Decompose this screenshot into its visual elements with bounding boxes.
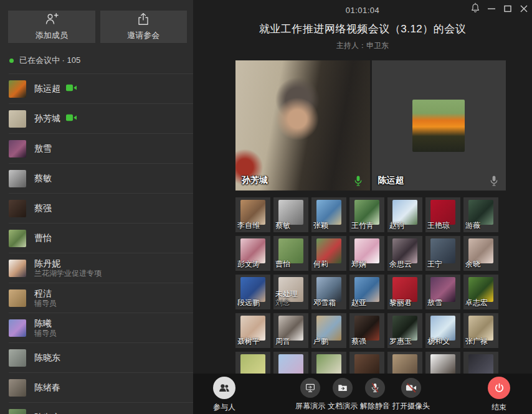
video-thumbnail[interactable]: 黎丽君 xyxy=(387,275,422,309)
video-thumbnail[interactable]: 赵驹 xyxy=(387,197,422,232)
unmute-label: 解除静音 xyxy=(360,401,390,412)
video-feed-secondary[interactable]: 陈运超 xyxy=(372,60,506,191)
thumbnail-name: 赵驹 xyxy=(389,220,404,231)
participant-name: 陈绪春 xyxy=(34,382,60,393)
video-thumbnail[interactable]: 卓志宏 xyxy=(463,275,498,309)
participant-row[interactable]: 曹怡 xyxy=(0,223,193,253)
video-thumbnail[interactable]: 余晓 xyxy=(463,236,498,271)
camera-off-slash-icon xyxy=(401,378,421,398)
video-thumbnail[interactable]: 未处理 刘念 xyxy=(273,275,308,309)
participant-row[interactable]: 蔡敏 xyxy=(0,164,193,194)
video-thumbnail[interactable]: 周晋 xyxy=(273,313,308,348)
mic-muted-slash-icon xyxy=(365,378,385,398)
thumbnail-name: 敖雪 xyxy=(427,298,442,308)
video-thumbnail[interactable]: 蔡敏 xyxy=(273,197,308,232)
video-thumbnail[interactable]: 段远鹏 xyxy=(235,275,270,309)
meeting-toolbar: 参与人 屏幕演示 xyxy=(193,374,532,414)
close-button[interactable] xyxy=(516,0,532,17)
video-thumbnail[interactable]: 王宁 xyxy=(425,236,460,271)
thumbnail-name: 李自维 xyxy=(237,220,260,231)
end-meeting-label: 结束 xyxy=(492,402,506,413)
add-member-label: 添加成员 xyxy=(36,30,68,41)
window-controls xyxy=(467,0,532,17)
thumbnail-name: 卢鹏 xyxy=(313,336,328,347)
video-thumbnail[interactable]: 张广禄 xyxy=(463,313,498,348)
open-camera-label: 打开摄像头 xyxy=(392,401,430,412)
video-thumbnail[interactable]: 王艳琼 xyxy=(425,197,460,232)
participant-name: 陈丹妮 xyxy=(34,258,60,270)
video-thumbnail[interactable]: 赵亚 xyxy=(349,275,384,309)
thumbnail-name: 王竹青 xyxy=(351,220,374,231)
video-thumbnail[interactable]: 李自维 xyxy=(235,197,270,232)
participant-name: 陈曦 xyxy=(34,318,52,329)
participant-subtitle: 辅导员 xyxy=(34,299,57,308)
video-thumbnail[interactable]: 邓雪霜 xyxy=(311,275,346,309)
thumbnail-name: 王宁 xyxy=(427,259,442,270)
video-thumbnail[interactable]: 王竹青 xyxy=(349,197,384,232)
video-thumbnail[interactable]: 杨和义 xyxy=(425,313,460,348)
mic-on-icon xyxy=(354,176,362,186)
participant-row[interactable]: 孙芳城 xyxy=(0,104,193,134)
online-status-dot xyxy=(9,59,14,63)
notification-bell-button[interactable] xyxy=(467,0,483,17)
video-thumbnail[interactable]: 蔡强 xyxy=(349,313,384,348)
thumbnail-name: 余晓 xyxy=(465,259,480,270)
participant-row[interactable]: 程洁 辅导员 xyxy=(0,283,193,313)
open-camera-button[interactable]: 打开摄像头 xyxy=(392,378,430,412)
video-thumbnail[interactable]: 余思云 xyxy=(387,236,422,271)
participant-list: 陈运超 孙芳城 敖雪 xyxy=(0,74,193,414)
meeting-status-label: 已在会议中 · 105 xyxy=(19,55,80,66)
unmute-button[interactable]: 解除静音 xyxy=(360,378,390,412)
thumbnail-name: 彭文涛 xyxy=(237,259,260,270)
video-thumbnail[interactable]: 彭文涛 xyxy=(235,236,270,271)
participant-row[interactable]: 陈丹妮 兰花湖学业促进专项 xyxy=(0,253,193,283)
video-thumbnail[interactable]: 张颖 xyxy=(311,197,346,232)
participant-subtitle: 兰花湖学业促进专项 xyxy=(34,269,102,278)
video-thumbnail[interactable]: 曹怡 xyxy=(273,236,308,271)
participant-avatar xyxy=(9,140,26,158)
add-member-icon xyxy=(44,12,59,27)
meeting-host: 主持人：申卫东 xyxy=(193,40,532,51)
video-thumbnail[interactable]: 何莉 xyxy=(311,236,346,271)
thumbnail-name: 黎丽君 xyxy=(389,298,412,308)
screen-share-button[interactable]: 屏幕演示 xyxy=(295,378,325,412)
participant-avatar xyxy=(9,200,26,217)
participant-avatar xyxy=(9,409,26,414)
video-thumbnail[interactable]: 敖雪 xyxy=(425,275,460,309)
folder-share-icon xyxy=(333,378,353,398)
end-meeting-button[interactable]: 结束 xyxy=(488,377,510,413)
thumbnail-name: 卓志宏 xyxy=(465,298,488,308)
video-thumbnail[interactable]: 聂树平 xyxy=(235,313,270,348)
meeting-status: 已在会议中 · 105 xyxy=(0,50,193,74)
video-thumbnail[interactable]: 游薇 xyxy=(463,197,498,232)
thumbnail-name: 邓雪霜 xyxy=(313,298,336,308)
video-thumbnail[interactable]: 卢鹏 xyxy=(311,313,346,348)
feed-avatar xyxy=(412,100,465,152)
participants-sidebar: 添加成员 邀请参会 已在会议中 · 105 陈运超 xyxy=(0,0,193,414)
meeting-title: 就业工作推进网络视频会议（3.12）的会议 xyxy=(193,22,532,36)
participant-row[interactable]: 陈兴宇 xyxy=(0,403,193,414)
maximize-button[interactable] xyxy=(500,0,516,17)
participants-button[interactable]: 参与人 xyxy=(213,377,235,413)
participant-name: 程洁 xyxy=(34,288,52,299)
featured-video-stage: 孙芳城 陈运超 xyxy=(235,60,506,191)
video-grid: 李自维 蔡敏 张颖 王竹青 赵驹 王艳琼 游薇 彭文涛 曹怡 xyxy=(235,197,506,387)
invite-button[interactable]: 邀请参会 xyxy=(100,11,188,43)
participant-avatar xyxy=(9,319,26,337)
participant-row[interactable]: 敖雪 xyxy=(0,134,193,164)
participant-avatar xyxy=(9,170,26,187)
participant-row[interactable]: 陈绪春 xyxy=(0,373,193,403)
invite-share-icon xyxy=(137,12,150,27)
participant-row[interactable]: 陈晓东 xyxy=(0,343,193,373)
thumbnail-name: 游薇 xyxy=(465,220,480,231)
video-thumbnail[interactable]: 郑娴 xyxy=(349,236,384,271)
video-thumbnail[interactable]: 罗惠玉 xyxy=(387,313,422,348)
minimize-button[interactable] xyxy=(483,0,500,17)
add-member-button[interactable]: 添加成员 xyxy=(8,11,95,43)
participant-row[interactable]: 陈曦 辅导员 xyxy=(0,313,193,343)
video-feed-main[interactable]: 孙芳城 xyxy=(235,60,370,191)
participant-row[interactable]: 陈运超 xyxy=(0,74,193,104)
screen-share-icon xyxy=(300,378,320,398)
participant-row[interactable]: 蔡强 xyxy=(0,194,193,223)
doc-share-button[interactable]: 文档演示 xyxy=(328,378,358,412)
